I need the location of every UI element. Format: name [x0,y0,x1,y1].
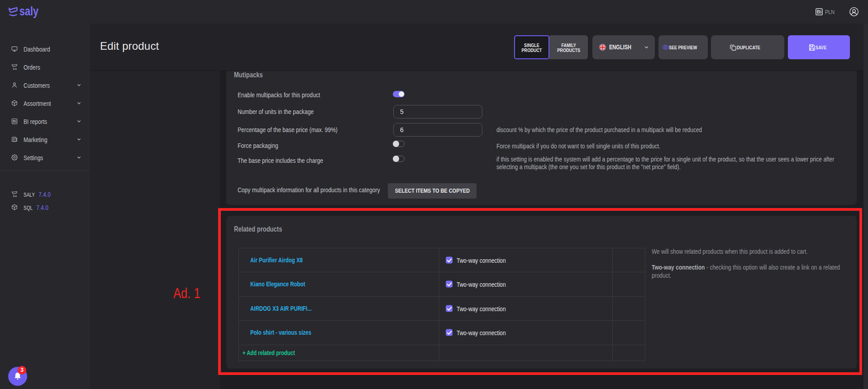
svg-text:Bi: Bi [817,9,821,14]
svg-text:Bi: Bi [13,119,16,123]
